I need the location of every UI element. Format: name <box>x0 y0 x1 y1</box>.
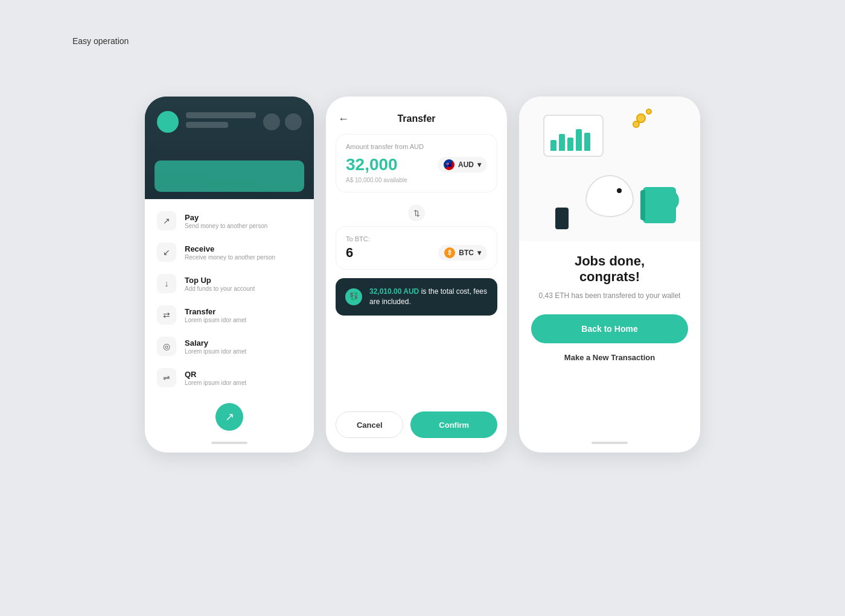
menu-subtitle-transfer: Lorem ipsum idor amet <box>185 317 246 323</box>
cancel-button[interactable]: Cancel <box>336 411 403 438</box>
donut-icon <box>657 189 679 211</box>
aud-chevron-icon: ▾ <box>477 160 481 169</box>
phone-1-menu: ↗ Pay Send money to another person ↙ Rec… <box>145 199 314 393</box>
chart-bars <box>550 129 590 151</box>
menu-item-salary[interactable]: ◎ Salary Lorem ipsum idor amet <box>145 331 314 362</box>
menu-subtitle-receive: Receive money to another person <box>185 254 275 261</box>
balance-card <box>155 160 304 192</box>
scroll-indicator <box>211 442 247 444</box>
confirm-button[interactable]: Confirm <box>410 411 497 438</box>
menu-title-pay: Pay <box>185 213 267 222</box>
avatar <box>157 111 179 133</box>
from-currency-card: Amount transfer from AUD 32,000 🇦🇺 AUD ▾… <box>336 134 497 192</box>
iso-screen <box>543 115 604 157</box>
mini-phone-icon <box>555 208 569 229</box>
scroll-indicator-3 <box>592 442 628 444</box>
phone-2-actions: Cancel Confirm <box>336 411 497 438</box>
btc-currency-badge[interactable]: ₿ BTC ▾ <box>438 245 487 261</box>
piggy-icon <box>585 175 634 217</box>
coin-3-icon <box>646 109 652 115</box>
menu-icon-pay: ↗ <box>157 211 176 230</box>
phone-3-content: Jobs done, congrats! 0,43 ETH has been t… <box>519 241 700 363</box>
transfer-amount: 32,000 <box>346 155 398 174</box>
search-icon[interactable] <box>263 113 280 130</box>
coin-2-icon <box>633 121 640 128</box>
menu-subtitle-qr: Lorem ipsum idor amet <box>185 379 246 386</box>
success-subtitle: 0,43 ETH has been transfered to your wal… <box>531 291 688 300</box>
transfer-title: Transfer <box>397 113 435 124</box>
back-to-home-button[interactable]: Back to Home <box>531 314 688 343</box>
header-info-blur <box>186 122 228 128</box>
menu-icon-receive: ↙ <box>157 243 176 262</box>
page-label: Easy operation <box>72 36 129 46</box>
swap-button[interactable]: ⇅ <box>408 205 425 221</box>
menu-item-qr[interactable]: ⇌ QR Lorem ipsum idor amet <box>145 362 314 393</box>
available-balance: A$ 10,000.00 available <box>346 177 487 183</box>
phone-3: Jobs done, congrats! 0,43 ETH has been t… <box>519 97 700 452</box>
success-title: Jobs done, congrats! <box>531 253 688 285</box>
menu-icon-transfer: ⇄ <box>157 305 176 325</box>
menu-title-transfer: Transfer <box>185 307 246 316</box>
fab-button[interactable]: ↗ <box>215 403 243 431</box>
menu-icon-qr: ⇌ <box>157 368 176 387</box>
notification-icon[interactable] <box>285 113 302 130</box>
header-name-blur <box>186 112 256 118</box>
btc-label: BTC <box>459 249 474 257</box>
phone-2: ← Transfer Amount transfer from AUD 32,0… <box>326 97 507 452</box>
from-label: Amount transfer from AUD <box>346 143 487 150</box>
cost-icon: 💱 <box>345 288 362 305</box>
aud-label: AUD <box>458 160 474 169</box>
phone-2-header: ← Transfer <box>326 97 507 134</box>
phone-1: ↗ Pay Send money to another person ↙ Rec… <box>145 97 314 452</box>
menu-subtitle-salary: Lorem ipsum idor amet <box>185 348 246 355</box>
phones-container: ↗ Pay Send money to another person ↙ Rec… <box>0 0 845 452</box>
menu-item-receive[interactable]: ↙ Receive Receive money to another perso… <box>145 237 314 268</box>
menu-item-transfer[interactable]: ⇄ Transfer Lorem ipsum idor amet <box>145 299 314 331</box>
menu-subtitle-pay: Send money to another person <box>185 223 267 229</box>
iso-scene <box>537 109 682 229</box>
btc-chevron-icon: ▾ <box>477 249 481 257</box>
to-label: To BTC: <box>346 235 487 243</box>
menu-title-qr: QR <box>185 370 246 379</box>
cost-amount: 32,010.00 AUD <box>369 287 419 296</box>
btc-icon: ₿ <box>444 247 455 258</box>
menu-item-top up[interactable]: ↓ Top Up Add funds to your account <box>145 268 314 299</box>
menu-title-receive: Receive <box>185 244 275 253</box>
to-currency-card: To BTC: 6 ₿ BTC ▾ <box>336 226 497 270</box>
success-illustration <box>519 97 700 241</box>
menu-icon-top up: ↓ <box>157 274 176 293</box>
menu-subtitle-top up: Add funds to your account <box>185 285 255 292</box>
menu-title-top up: Top Up <box>185 276 255 285</box>
phone-1-header <box>145 97 314 199</box>
new-transaction-button[interactable]: Make a New Transaction <box>531 353 688 362</box>
cost-banner: 💱 32,010.00 AUD is the total cost, fees … <box>336 278 497 316</box>
menu-icon-salary: ◎ <box>157 337 176 356</box>
back-arrow-button[interactable]: ← <box>338 113 349 125</box>
menu-item-pay[interactable]: ↗ Pay Send money to another person <box>145 205 314 237</box>
aud-flag-icon: 🇦🇺 <box>444 159 454 170</box>
menu-title-salary: Salary <box>185 338 246 348</box>
btc-amount: 6 <box>346 245 353 261</box>
aud-currency-badge[interactable]: 🇦🇺 AUD ▾ <box>438 157 487 173</box>
